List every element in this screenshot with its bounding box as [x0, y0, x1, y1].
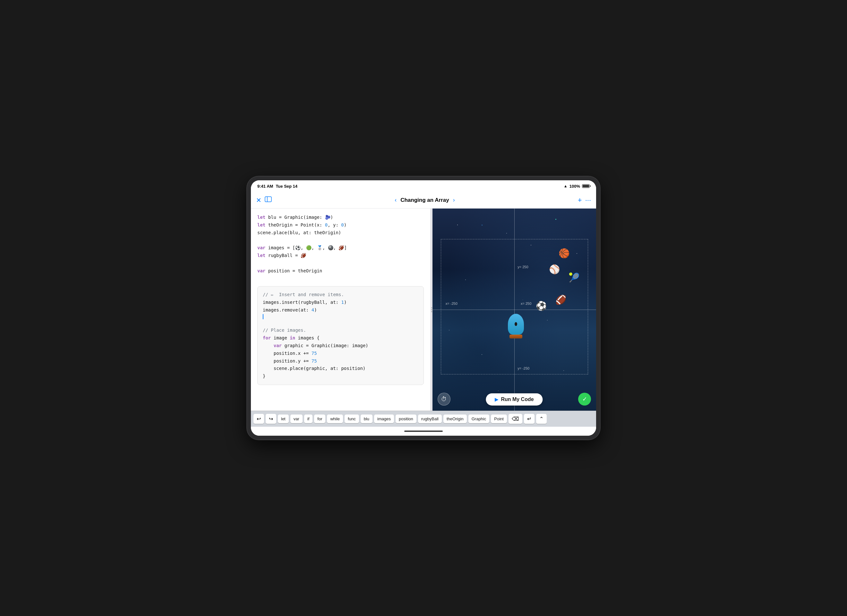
- blu-character: [508, 314, 524, 338]
- token-point-btn[interactable]: Point: [491, 415, 507, 423]
- time-display: 9:41 AM: [257, 184, 273, 189]
- vertical-axis: [514, 208, 515, 411]
- keyword-while-btn[interactable]: while: [327, 415, 343, 423]
- divider-dots: [431, 307, 432, 312]
- keyword-func-btn[interactable]: func: [345, 415, 359, 423]
- token-graphic-btn[interactable]: Graphic: [468, 415, 490, 423]
- keyword-let: let: [257, 214, 265, 222]
- ball-baseball: ⚾: [549, 265, 560, 274]
- battery-fill: [583, 185, 589, 188]
- status-bar: 9:41 AM Tue Sep 14 ▲ 100%: [251, 180, 596, 192]
- character-base: [509, 335, 522, 338]
- date-display: Tue Sep 14: [276, 184, 297, 189]
- battery-icon: [582, 184, 590, 188]
- block-for-loop: for image in images {: [263, 334, 418, 342]
- wifi-icon: ▲: [564, 184, 568, 188]
- x-right-label: x= 250: [521, 301, 531, 306]
- code-line-1: let blu = Graphic(image: 🫐): [257, 214, 424, 222]
- return-key-button[interactable]: ↵: [524, 414, 534, 424]
- run-my-code-button[interactable]: ▶ Run My Code: [486, 393, 543, 406]
- code-line-6: var position = theOrigin: [257, 267, 424, 275]
- ball-rugby: 🏈: [555, 295, 567, 304]
- block-line-3: images.remove(at: 4): [263, 306, 418, 314]
- code-line-5: let rugbyBall = 🏈: [257, 252, 424, 260]
- token-rugbyball-btn[interactable]: rugbyBall: [418, 415, 442, 423]
- keyword-in: in: [290, 334, 295, 342]
- ipad-screen: 9:41 AM Tue Sep 14 ▲ 100% ✕: [251, 180, 596, 436]
- nav-forward-button[interactable]: ›: [453, 196, 455, 204]
- home-bar: [404, 431, 443, 432]
- keyword-var-2: var: [257, 267, 265, 275]
- check-button[interactable]: ✓: [578, 393, 591, 406]
- y-bottom-label: y= -250: [518, 366, 530, 370]
- keyword-for-btn[interactable]: for: [314, 415, 325, 423]
- token-theorigin-btn[interactable]: theOrigin: [443, 415, 467, 423]
- keyword-if-btn[interactable]: if: [304, 415, 313, 423]
- more-button[interactable]: ···: [585, 196, 591, 204]
- page-title: Changing an Array: [400, 197, 449, 204]
- block-inner-2: position.x += 75: [263, 350, 418, 357]
- y-top-label: y= 250: [518, 265, 528, 269]
- home-indicator: [251, 427, 596, 436]
- code-pane[interactable]: let blu = Graphic(image: 🫐) let theOrigi…: [251, 208, 431, 411]
- main-content: let blu = Graphic(image: 🫐) let theOrigi…: [251, 208, 596, 411]
- token-blu-btn[interactable]: blu: [361, 415, 372, 423]
- toolbar-right: + ···: [578, 196, 591, 204]
- block-inner-1: var graphic = Graphic(image: image): [263, 342, 418, 350]
- block-inner-4: scene.place(graphic, at: position): [263, 365, 418, 372]
- keyword-let-2: let: [257, 222, 265, 229]
- block-cursor-line: [263, 314, 418, 319]
- block-comment-2: // Place images.: [263, 326, 418, 334]
- preview-pane: x= 250 x= -250 y= 250 y= -250 🏀 ⚾ 🎾 🏈 ⚽: [432, 208, 596, 411]
- toolbar-left: ✕: [256, 196, 272, 204]
- svg-rect-0: [265, 196, 272, 202]
- keyword-var-btn[interactable]: var: [290, 415, 302, 423]
- add-button[interactable]: +: [578, 196, 582, 204]
- block-comment-1: // ✏️ Insert and remove items.: [263, 291, 418, 299]
- grid-container: x= 250 x= -250 y= 250 y= -250: [432, 208, 596, 411]
- token-images-btn[interactable]: images: [374, 415, 394, 423]
- ball-basketball: 🏀: [559, 249, 570, 258]
- sidebar-icon: [265, 196, 272, 202]
- token-position-btn[interactable]: position: [395, 415, 416, 423]
- keyword-for: for: [263, 334, 271, 342]
- toolbar: ✕ ‹ Changing an Array › + ···: [251, 192, 596, 208]
- keyword-let-3: let: [257, 252, 265, 260]
- delete-key-button[interactable]: ⌫: [509, 414, 522, 424]
- keyword-var-3: var: [274, 342, 282, 350]
- status-right: ▲ 100%: [564, 184, 590, 189]
- block-line-2: images.insert(rugbyBall, at: 1): [263, 299, 418, 306]
- keyword-var-1: var: [257, 244, 265, 252]
- block-close-brace: }: [263, 372, 418, 380]
- keyboard-toolbar: ↩ ↪ let var if for while func blu images…: [251, 411, 596, 427]
- sidebar-toggle-button[interactable]: [265, 196, 272, 204]
- character-eye: [515, 322, 517, 326]
- text-cursor: [263, 314, 263, 319]
- block-inner-3: position.y += 75: [263, 357, 418, 365]
- code-block[interactable]: // ✏️ Insert and remove items. images.in…: [257, 286, 424, 385]
- character-body: [508, 314, 524, 335]
- timer-button[interactable]: ⏱: [438, 393, 450, 406]
- ball-soccer: ⚽: [536, 301, 547, 310]
- keyboard-hide-button[interactable]: ⌃: [536, 414, 547, 424]
- close-button[interactable]: ✕: [256, 196, 261, 204]
- redo-button[interactable]: ↪: [266, 414, 276, 424]
- x-left-label: x= -250: [446, 301, 457, 306]
- toolbar-center: ‹ Changing an Array ›: [274, 196, 575, 204]
- run-button-label: Run My Code: [501, 397, 534, 402]
- code-line-2: let theOrigin = Point(x: 0, y: 0): [257, 222, 424, 229]
- play-icon: ▶: [495, 397, 498, 402]
- status-left: 9:41 AM Tue Sep 14: [257, 184, 297, 189]
- code-line-4: var images = [⚽, 🟢, 🥈, 🎱, 🏈]: [257, 244, 424, 252]
- battery-label: 100%: [570, 184, 580, 189]
- ball-tennis: 🎾: [568, 273, 580, 282]
- keyword-let-btn[interactable]: let: [278, 415, 289, 423]
- undo-button[interactable]: ↩: [254, 414, 264, 424]
- ipad-frame: 9:41 AM Tue Sep 14 ▲ 100% ✕: [247, 176, 600, 440]
- nav-back-button[interactable]: ‹: [395, 196, 397, 204]
- code-line-3: scene.place(blu, at: theOrigin): [257, 229, 424, 237]
